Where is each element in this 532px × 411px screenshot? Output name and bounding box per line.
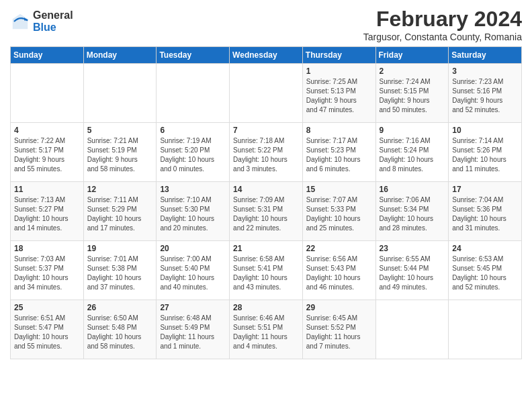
- day-info: Sunrise: 6:53 AM Sunset: 5:45 PM Dayligh…: [452, 255, 518, 292]
- day-number: 4: [14, 126, 80, 135]
- day-number: 20: [160, 244, 226, 253]
- day-number: 29: [306, 303, 372, 312]
- day-number: 15: [306, 185, 372, 194]
- calendar-cell: 5Sunrise: 7:21 AM Sunset: 5:19 PM Daylig…: [83, 123, 157, 182]
- day-number: 25: [14, 303, 80, 312]
- calendar-table: SundayMondayTuesdayWednesdayThursdayFrid…: [10, 46, 522, 359]
- calendar-cell: 3Sunrise: 7:23 AM Sunset: 5:16 PM Daylig…: [449, 64, 522, 123]
- day-info: Sunrise: 6:55 AM Sunset: 5:44 PM Dayligh…: [380, 255, 445, 292]
- calendar-cell: [83, 64, 157, 123]
- calendar-cell: 16Sunrise: 7:06 AM Sunset: 5:34 PM Dayli…: [375, 182, 449, 241]
- calendar-cell: 13Sunrise: 7:10 AM Sunset: 5:30 PM Dayli…: [157, 182, 230, 241]
- location-text: Targusor, Constanta County, Romania: [363, 32, 522, 42]
- title-block: February 2024 Targusor, Constanta County…: [363, 7, 522, 42]
- calendar-cell: 2Sunrise: 7:24 AM Sunset: 5:15 PM Daylig…: [375, 64, 449, 123]
- calendar-cell: 1Sunrise: 7:25 AM Sunset: 5:13 PM Daylig…: [302, 64, 375, 123]
- calendar-cell: 11Sunrise: 7:13 AM Sunset: 5:27 PM Dayli…: [11, 182, 84, 241]
- logo-blue-text: Blue: [33, 21, 73, 34]
- day-number: 18: [14, 244, 80, 253]
- day-info: Sunrise: 7:25 AM Sunset: 5:13 PM Dayligh…: [306, 77, 372, 115]
- day-info: Sunrise: 7:09 AM Sunset: 5:31 PM Dayligh…: [233, 195, 299, 233]
- calendar-cell: 12Sunrise: 7:11 AM Sunset: 5:29 PM Dayli…: [83, 182, 157, 241]
- week-row-4: 18Sunrise: 7:03 AM Sunset: 5:37 PM Dayli…: [11, 241, 522, 300]
- calendar-cell: 25Sunrise: 6:51 AM Sunset: 5:47 PM Dayli…: [11, 300, 84, 359]
- calendar-cell: 6Sunrise: 7:19 AM Sunset: 5:20 PM Daylig…: [157, 123, 230, 182]
- day-info: Sunrise: 7:14 AM Sunset: 5:26 PM Dayligh…: [452, 136, 518, 174]
- header-day-friday: Friday: [375, 47, 449, 64]
- day-number: 1: [306, 66, 372, 76]
- logo-general-text: General: [33, 9, 73, 21]
- calendar-cell: 7Sunrise: 7:18 AM Sunset: 5:22 PM Daylig…: [230, 123, 303, 182]
- logo-text: General Blue: [33, 9, 73, 33]
- day-number: 6: [160, 126, 226, 135]
- header-day-thursday: Thursday: [302, 47, 375, 64]
- day-info: Sunrise: 7:18 AM Sunset: 5:22 PM Dayligh…: [233, 136, 299, 174]
- day-number: 5: [87, 126, 153, 135]
- calendar-cell: 26Sunrise: 6:50 AM Sunset: 5:48 PM Dayli…: [83, 300, 157, 359]
- day-info: Sunrise: 7:10 AM Sunset: 5:30 PM Dayligh…: [160, 195, 226, 233]
- day-info: Sunrise: 7:24 AM Sunset: 5:15 PM Dayligh…: [380, 77, 445, 115]
- calendar-cell: [157, 64, 230, 123]
- calendar-cell: [449, 300, 522, 359]
- day-number: 16: [380, 185, 445, 194]
- header-day-sunday: Sunday: [11, 47, 84, 64]
- calendar-cell: 8Sunrise: 7:17 AM Sunset: 5:23 PM Daylig…: [302, 123, 375, 182]
- day-number: 28: [233, 303, 299, 312]
- day-number: 23: [380, 244, 445, 253]
- day-info: Sunrise: 7:13 AM Sunset: 5:27 PM Dayligh…: [14, 195, 80, 233]
- day-info: Sunrise: 7:07 AM Sunset: 5:33 PM Dayligh…: [306, 195, 372, 233]
- day-number: 2: [380, 66, 445, 76]
- day-info: Sunrise: 6:45 AM Sunset: 5:52 PM Dayligh…: [306, 314, 372, 351]
- calendar-cell: 18Sunrise: 7:03 AM Sunset: 5:37 PM Dayli…: [11, 241, 84, 300]
- day-info: Sunrise: 7:23 AM Sunset: 5:16 PM Dayligh…: [452, 77, 518, 115]
- calendar-cell: 20Sunrise: 7:00 AM Sunset: 5:40 PM Dayli…: [157, 241, 230, 300]
- day-number: 14: [233, 185, 299, 194]
- day-number: 9: [380, 126, 445, 135]
- day-info: Sunrise: 6:48 AM Sunset: 5:49 PM Dayligh…: [160, 314, 226, 351]
- month-title: February 2024: [363, 7, 522, 32]
- calendar-cell: 17Sunrise: 7:04 AM Sunset: 5:36 PM Dayli…: [449, 182, 522, 241]
- calendar-cell: 9Sunrise: 7:16 AM Sunset: 5:24 PM Daylig…: [375, 123, 449, 182]
- day-number: 27: [160, 303, 226, 312]
- day-info: Sunrise: 7:00 AM Sunset: 5:40 PM Dayligh…: [160, 255, 226, 292]
- day-info: Sunrise: 6:56 AM Sunset: 5:43 PM Dayligh…: [306, 255, 372, 292]
- day-info: Sunrise: 7:04 AM Sunset: 5:36 PM Dayligh…: [452, 195, 518, 233]
- calendar-cell: 19Sunrise: 7:01 AM Sunset: 5:38 PM Dayli…: [83, 241, 157, 300]
- day-number: 13: [160, 185, 226, 194]
- day-info: Sunrise: 7:01 AM Sunset: 5:38 PM Dayligh…: [87, 255, 153, 292]
- day-info: Sunrise: 6:50 AM Sunset: 5:48 PM Dayligh…: [87, 314, 153, 351]
- day-number: 26: [87, 303, 153, 312]
- header-day-monday: Monday: [83, 47, 157, 64]
- calendar-cell: 28Sunrise: 6:46 AM Sunset: 5:51 PM Dayli…: [230, 300, 303, 359]
- calendar-cell: 10Sunrise: 7:14 AM Sunset: 5:26 PM Dayli…: [449, 123, 522, 182]
- calendar-cell: [230, 64, 303, 123]
- day-info: Sunrise: 7:06 AM Sunset: 5:34 PM Dayligh…: [380, 195, 445, 233]
- day-number: 12: [87, 185, 153, 194]
- logo-icon: [10, 11, 30, 32]
- header-day-tuesday: Tuesday: [157, 47, 230, 64]
- day-number: 17: [452, 185, 518, 194]
- day-info: Sunrise: 7:22 AM Sunset: 5:17 PM Dayligh…: [14, 136, 80, 174]
- page-header: General Blue February 2024 Targusor, Con…: [10, 7, 522, 42]
- day-info: Sunrise: 7:21 AM Sunset: 5:19 PM Dayligh…: [87, 136, 153, 174]
- calendar-cell: 24Sunrise: 6:53 AM Sunset: 5:45 PM Dayli…: [449, 241, 522, 300]
- day-info: Sunrise: 6:58 AM Sunset: 5:41 PM Dayligh…: [233, 255, 299, 292]
- header-day-saturday: Saturday: [449, 47, 522, 64]
- calendar-cell: 21Sunrise: 6:58 AM Sunset: 5:41 PM Dayli…: [230, 241, 303, 300]
- calendar-cell: 29Sunrise: 6:45 AM Sunset: 5:52 PM Dayli…: [302, 300, 375, 359]
- calendar-cell: [375, 300, 449, 359]
- week-row-2: 4Sunrise: 7:22 AM Sunset: 5:17 PM Daylig…: [11, 123, 522, 182]
- day-number: 19: [87, 244, 153, 253]
- day-number: 11: [14, 185, 80, 194]
- day-number: 3: [452, 66, 518, 76]
- day-number: 24: [452, 244, 518, 253]
- logo: General Blue: [10, 9, 73, 33]
- calendar-cell: 14Sunrise: 7:09 AM Sunset: 5:31 PM Dayli…: [230, 182, 303, 241]
- day-number: 7: [233, 126, 299, 135]
- day-info: Sunrise: 7:19 AM Sunset: 5:20 PM Dayligh…: [160, 136, 226, 174]
- calendar-cell: 27Sunrise: 6:48 AM Sunset: 5:49 PM Dayli…: [157, 300, 230, 359]
- day-number: 8: [306, 126, 372, 135]
- day-number: 10: [452, 126, 518, 135]
- day-info: Sunrise: 7:11 AM Sunset: 5:29 PM Dayligh…: [87, 195, 153, 233]
- week-row-3: 11Sunrise: 7:13 AM Sunset: 5:27 PM Dayli…: [11, 182, 522, 241]
